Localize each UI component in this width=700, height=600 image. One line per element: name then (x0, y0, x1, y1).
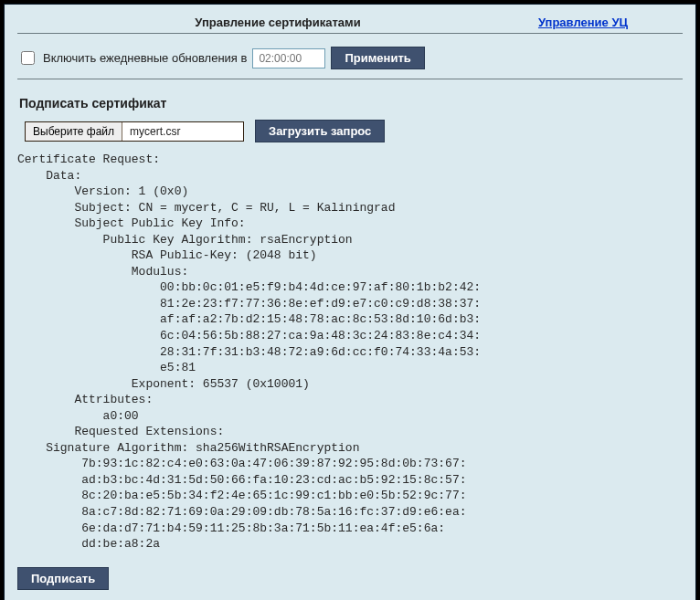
sign-section-title: Подписать сертификат (19, 96, 683, 111)
certificate-request-text: Certificate Request: Data: Version: 1 (0… (17, 152, 683, 553)
selected-file-name: mycert.csr (122, 125, 187, 138)
upload-request-button[interactable]: Загрузить запрос (255, 120, 385, 142)
sign-button[interactable]: Подписать (17, 567, 109, 590)
cert-management-panel: Управление сертификатами Управление УЦ В… (4, 4, 696, 600)
choose-file-button[interactable]: Выберите файл (26, 122, 122, 141)
daily-updates-row: Включить ежедневные обновления в Примени… (17, 34, 683, 79)
file-upload-row: Выберите файл mycert.csr Загрузить запро… (17, 120, 683, 142)
daily-updates-checkbox[interactable] (21, 51, 35, 65)
daily-updates-label: Включить ежедневные обновления в (43, 51, 247, 65)
daily-time-input[interactable] (252, 48, 325, 68)
file-picker[interactable]: Выберите файл mycert.csr (25, 121, 244, 142)
page-title: Управление сертификатами (17, 16, 538, 29)
apply-button[interactable]: Применить (331, 47, 424, 69)
manage-ca-link[interactable]: Управление УЦ (538, 16, 683, 29)
header-row: Управление сертификатами Управление УЦ (17, 14, 683, 34)
